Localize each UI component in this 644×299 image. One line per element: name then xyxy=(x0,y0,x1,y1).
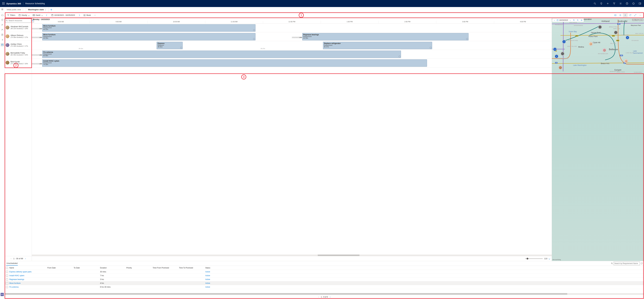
req-status[interactable]: Active xyxy=(205,274,223,276)
req-name[interactable]: Regrease bearings xyxy=(9,278,48,280)
map-pin[interactable]: 3 xyxy=(626,36,630,40)
zoom-slider[interactable] xyxy=(525,258,543,259)
resource-row[interactable]: Abraham McCormick (4h 22m booked)10% xyxy=(5,23,32,32)
row-checkbox[interactable] xyxy=(6,282,8,284)
map-next-day[interactable]: › xyxy=(568,18,572,22)
gantt-hscroll[interactable] xyxy=(32,254,552,256)
map-pin[interactable] xyxy=(598,25,602,29)
req-pager-next[interactable]: › xyxy=(330,296,330,298)
req-status[interactable]: Active xyxy=(205,271,223,273)
col-duration[interactable]: Duration xyxy=(100,267,126,269)
col-priority[interactable]: Priority xyxy=(126,267,153,269)
person-icon[interactable] xyxy=(623,13,628,17)
resource-row[interactable]: Ashley Chinn (7h 28m booked)17% xyxy=(5,41,32,50)
req-name[interactable]: Move furniture xyxy=(9,282,48,284)
gantt-lane[interactable]: 16mInstall HVAC sytemRequirement7h 16m xyxy=(32,59,552,68)
settings-icon[interactable] xyxy=(618,0,624,6)
product-name[interactable]: Dynamics 365 xyxy=(6,2,21,5)
layout-select[interactable]: Gantt xyxy=(32,14,44,17)
requirement-row[interactable]: Install HVAC sytem 7 hrs Active xyxy=(5,274,644,278)
booking-block[interactable]: Regrease bearingsRequirement3h 15m xyxy=(302,33,469,40)
booking-block[interactable]: ExpressRequirem3h 01m xyxy=(156,42,183,49)
rail-people-icon[interactable] xyxy=(0,23,4,26)
date-prev-button[interactable] xyxy=(45,15,49,16)
date-range-button[interactable]: 10/19/2023 - 10/25/2023 xyxy=(50,14,76,17)
collapse-nav-icon[interactable] xyxy=(0,8,5,11)
req-pager-prev[interactable]: ‹ xyxy=(318,296,319,298)
booking-block[interactable]: Move furnitureRequirement4h 22m xyxy=(42,24,256,32)
requirement-row[interactable]: Express delivery spare parts 30 mins Act… xyxy=(5,270,644,274)
filters-button[interactable]: Filters xyxy=(6,14,16,17)
row-checkbox[interactable] xyxy=(6,274,8,276)
map-pin[interactable]: 2 xyxy=(555,54,558,58)
resource-search-input[interactable] xyxy=(8,20,30,22)
add-view-button[interactable] xyxy=(49,9,54,11)
req-hscroll[interactable] xyxy=(5,293,644,294)
app-badge[interactable]: RS xyxy=(0,293,4,296)
gantt-body[interactable]: 22mMove furnitureRequirement4h 22m19m15m… xyxy=(32,24,552,254)
booking-block[interactable]: Install HVAC sytemRequirement7h 16m xyxy=(42,60,427,67)
rail-doc-icon[interactable] xyxy=(0,33,4,36)
map-view-icon[interactable] xyxy=(580,18,583,22)
travel-segment[interactable]: 16m xyxy=(32,63,42,64)
scale-select[interactable]: Hourly xyxy=(18,14,30,17)
res-pager-prev[interactable]: ‹ xyxy=(11,258,11,260)
booking-block[interactable]: Move furnitureRequirement4h 15m xyxy=(42,33,256,40)
select-all-checkbox[interactable] xyxy=(6,267,8,269)
requirement-row[interactable]: Regrease bearings 3 hrs Active xyxy=(5,278,644,281)
resource-row[interactable]: Bob Kozak (7h 16m booked)16% xyxy=(5,58,32,67)
res-pager-next[interactable]: › xyxy=(25,258,26,260)
req-name[interactable]: Install HVAC sytem xyxy=(9,274,48,276)
map-zoom-out-icon[interactable] xyxy=(576,18,579,22)
map-pin[interactable] xyxy=(589,42,593,46)
row-checkbox[interactable] xyxy=(6,278,8,280)
app-launcher-icon[interactable] xyxy=(1,1,6,6)
req-status[interactable]: Active xyxy=(205,278,223,280)
panel-icon[interactable] xyxy=(637,0,643,6)
map-pin[interactable] xyxy=(558,66,562,70)
map-pin[interactable]: 1 xyxy=(562,40,566,44)
add-icon[interactable] xyxy=(605,0,611,6)
expand-icon[interactable] xyxy=(633,13,638,17)
app-area[interactable]: Resource Scheduling xyxy=(25,2,45,5)
refresh-icon[interactable] xyxy=(628,13,632,17)
gantt-lane[interactable]: ExpressRequirem3h 01mReplace refrigerato… xyxy=(32,41,552,50)
col-status[interactable]: Status xyxy=(205,267,223,269)
map-prev-day[interactable]: ‹ xyxy=(553,18,556,22)
map-date[interactable]: 10/23/2023 xyxy=(559,19,568,21)
rail-recent-icon[interactable] xyxy=(0,18,4,22)
map-pin[interactable]: 3 xyxy=(553,48,557,51)
col-tfp[interactable]: Time From Promised xyxy=(153,267,179,269)
req-name[interactable]: Fix antenna xyxy=(9,286,48,288)
idea-icon[interactable] xyxy=(598,0,604,6)
alerts-icon[interactable] xyxy=(618,13,623,17)
book-button[interactable]: Book xyxy=(82,14,92,17)
toolbar-overflow[interactable]: ⋯ xyxy=(93,14,97,17)
assist-icon[interactable] xyxy=(630,0,636,6)
resource-row[interactable]: Bernadette Foley (6h 49m booked)15% xyxy=(5,50,32,58)
view-tab-washington[interactable]: Washington state ⋮ xyxy=(26,7,49,12)
requirement-row[interactable]: Move furniture 4 hrs Active xyxy=(5,281,644,285)
map-pin[interactable] xyxy=(614,30,618,34)
booking-block[interactable]: Fix antennaRequirement6h 49m xyxy=(42,50,401,58)
map-panel[interactable]: ‹ 10/23/2023 › 1 miles1 km xyxy=(552,18,644,261)
col-name[interactable]: Name xyxy=(9,267,48,269)
help-icon[interactable] xyxy=(624,0,630,6)
booking-block[interactable]: Replace refrigeratorRequirement4h 27m xyxy=(323,42,432,49)
rail-schedule-icon[interactable] xyxy=(0,43,4,46)
map-pin[interactable] xyxy=(602,48,606,52)
filter-icon[interactable] xyxy=(611,0,617,6)
rail-home-icon[interactable] xyxy=(0,13,4,17)
map-pin[interactable] xyxy=(624,59,628,63)
rail-team-icon[interactable] xyxy=(0,28,4,32)
travel-segment[interactable]: 15m xyxy=(292,37,302,38)
resource-row[interactable]: Allison Dickson (7h 30m booked)17% xyxy=(5,32,32,41)
row-checkbox[interactable] xyxy=(6,271,8,273)
map-pin[interactable] xyxy=(561,52,564,56)
travel-segment[interactable]: 19m xyxy=(32,54,42,56)
date-next-button[interactable] xyxy=(77,15,81,16)
gantt-lane[interactable]: 19m15mMove furnitureRequirement4h 15mReg… xyxy=(32,32,552,41)
requirement-row[interactable]: Fix antenna 6 hrs 30 mins Active xyxy=(5,285,644,289)
col-from[interactable]: From Date xyxy=(48,267,74,269)
requirement-search-input[interactable] xyxy=(614,262,640,265)
